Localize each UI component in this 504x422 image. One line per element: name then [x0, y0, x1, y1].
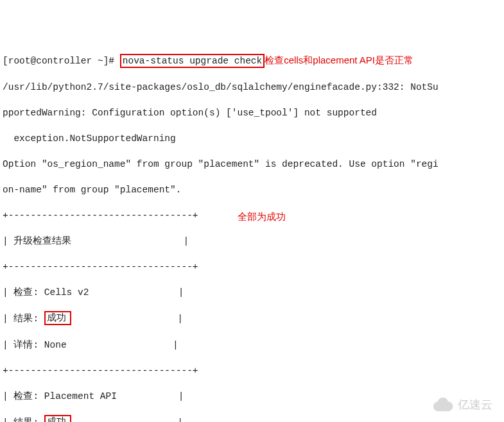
shell-prompt: [root@controller ~]#	[3, 56, 114, 66]
table-row: | 结果: 成功 |	[3, 312, 501, 326]
table-header: | 升级检查结果 |	[3, 235, 501, 248]
table-border: +---------------------------------+	[3, 364, 501, 377]
warning-line-1: /usr/lib/python2.7/site-packages/oslo_db…	[3, 81, 501, 94]
warning-line-5: on-name" from group "placement".	[3, 183, 501, 196]
table-row: | 结果: 成功 |	[3, 416, 501, 422]
cloud-icon	[433, 398, 454, 412]
watermark: 亿速云	[433, 398, 492, 412]
table-row: | 详情: None |	[3, 339, 501, 351]
side-annotation: 全部为成功	[238, 210, 286, 223]
check-name-1: Placement API	[44, 391, 117, 401]
warning-line-3: exception.NotSupportedWarning	[3, 132, 501, 145]
terminal-line-command: [root@controller ~]# nova-status upgrade…	[3, 54, 501, 68]
watermark-text: 亿速云	[458, 398, 492, 411]
table-row: | 检查: Placement API |	[3, 390, 501, 403]
warning-line-2: pportedWarning: Configuration option(s) …	[3, 106, 501, 119]
command-box: nova-status upgrade check	[120, 54, 265, 68]
command-text: nova-status upgrade check	[123, 56, 263, 66]
warning-line-4: Option "os_region_name" from group "plac…	[3, 158, 501, 171]
command-annotation: 检查cells和placement API是否正常	[265, 55, 413, 65]
success-box: 成功	[44, 311, 71, 325]
table-row: | 检查: Cells v2 |	[3, 286, 501, 299]
table-border: +---------------------------------+	[3, 260, 501, 273]
check-name-0: Cells v2	[44, 287, 89, 298]
success-box: 成功	[44, 415, 71, 422]
